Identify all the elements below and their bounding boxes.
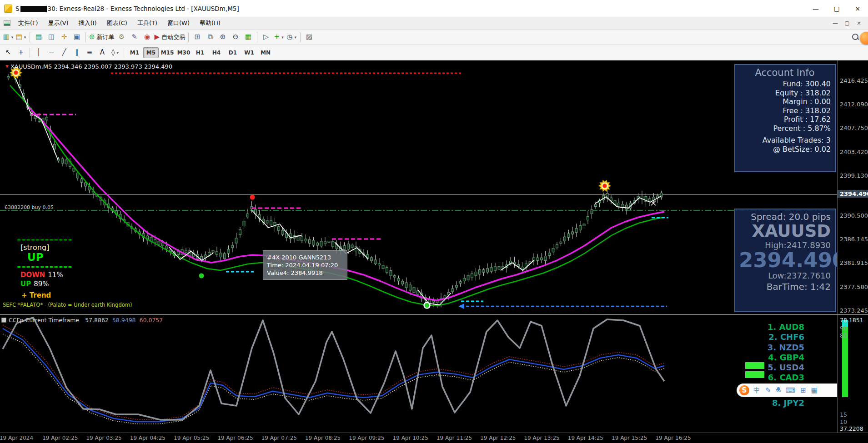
- horizontal-line-tool[interactable]: ─: [45, 47, 57, 59]
- account-free: Free : 318.02: [739, 106, 831, 115]
- time-axis-label: 19 Apr 04:25: [130, 435, 166, 441]
- menu-item-1[interactable]: 显示(V): [43, 18, 74, 28]
- time-axis-label: 19 Apr 2024: [0, 435, 33, 441]
- chart-properties-button[interactable]: ▨: [303, 31, 315, 43]
- open-order-label: 63882208 buy 0.05: [5, 204, 54, 210]
- toolbar-separator: [124, 48, 124, 58]
- timeframe-w1[interactable]: W1: [241, 47, 257, 58]
- scripts-button[interactable]: ✎: [129, 31, 140, 43]
- timeframe-d1[interactable]: D1: [225, 47, 241, 58]
- indicator-window-icon: [1, 318, 6, 323]
- indicators-button[interactable]: +▾: [273, 31, 285, 43]
- web-terminal-button[interactable]: ◉: [141, 31, 153, 43]
- menu-item-3[interactable]: 图表(C): [102, 18, 132, 28]
- mdi-minimize-button[interactable]: —: [832, 20, 839, 26]
- skin-grid-icon[interactable]: ▦: [811, 387, 818, 394]
- symbol-caret-icon: ▼: [5, 64, 9, 69]
- menu-item-0[interactable]: 文件(F): [13, 18, 43, 28]
- indicator-window[interactable]: CCFp Current Timeframe 57.886258.949860.…: [0, 315, 837, 433]
- redaction-box: [20, 6, 47, 12]
- timeframe-mn[interactable]: MN: [258, 47, 273, 58]
- terminal-button[interactable]: ▣: [71, 31, 83, 43]
- soft-keyboard-icon[interactable]: ⌨: [786, 387, 796, 394]
- menu-item-5[interactable]: 窗口(W): [162, 18, 195, 28]
- periods-button[interactable]: ◷▾: [286, 31, 297, 43]
- current-price-box: 2394.490: [838, 190, 868, 198]
- channel-tool[interactable]: ∥: [71, 47, 83, 59]
- time-axis[interactable]: 19 Apr 202419 Apr 02:2519 Apr 03:2519 Ap…: [0, 433, 868, 443]
- expert-advisors-button[interactable]: ⚙: [116, 31, 128, 43]
- main-chart[interactable]: ▼XAUUSDm,M5 2394.346 2395.007 2393.973 2…: [0, 60, 837, 314]
- sogou-logo-icon[interactable]: S: [739, 385, 749, 395]
- search-icon[interactable]: [852, 33, 860, 41]
- zoom-out-button[interactable]: ⊖: [230, 31, 241, 43]
- menu-item-2[interactable]: 插入(I): [74, 18, 102, 28]
- microphone-icon[interactable]: [776, 387, 781, 394]
- new-chart-button[interactable]: ▥▾: [2, 31, 14, 43]
- zoom-in-button[interactable]: ⊕: [217, 31, 229, 43]
- time-axis-label: 19 Apr 09:25: [349, 435, 384, 441]
- timeframe-m5[interactable]: M5: [143, 47, 159, 58]
- price-scale[interactable]: 2416.4252412.0902407.7502403.4202399.130…: [837, 60, 868, 314]
- timeframe-h4[interactable]: H4: [209, 47, 224, 58]
- profiles-button[interactable]: ▤▾: [15, 31, 27, 43]
- currency-strength-rank: 3. NZD5: [768, 343, 804, 352]
- symbol-info-panel: Spread: 20.0 pips XAUUSD High:2417.8930 …: [734, 209, 836, 312]
- cascade-windows-button[interactable]: ⧉: [204, 31, 216, 43]
- trendline-tool[interactable]: ╱: [58, 47, 70, 59]
- indicator-scale-label: 78.1851: [840, 317, 863, 324]
- tooltip-title: #4X 2010 GANN5213: [267, 254, 343, 261]
- text-tool[interactable]: A: [96, 47, 108, 59]
- ime-toolbar[interactable]: S 中✎⌨⊞▦: [737, 383, 837, 397]
- indicator-values: 57.886258.949860.0757: [81, 317, 163, 324]
- menu-item-6[interactable]: 帮助(H): [195, 18, 226, 28]
- mdi-restore-button[interactable]: ▢: [843, 20, 851, 26]
- time-axis-label: 19 Apr 12:25: [480, 435, 516, 441]
- strategy-tester-button[interactable]: ▷: [260, 31, 272, 43]
- timeframe-m1[interactable]: M1: [127, 47, 142, 58]
- gann-tooltip: #4X 2010 GANN5213 Time: 2024.04.19 07:20…: [263, 250, 347, 280]
- indicator-caption[interactable]: CCFp Current Timeframe 57.886258.949860.…: [1, 317, 163, 324]
- mdi-close-button[interactable]: ×: [855, 20, 863, 26]
- chinese-input-icon[interactable]: 中: [753, 387, 760, 394]
- strong-label: [strong]: [20, 244, 132, 251]
- minimize-button[interactable]: —: [805, 0, 826, 17]
- cursor-tool[interactable]: ↖: [2, 47, 14, 59]
- tile-windows-button[interactable]: ⊞: [191, 31, 203, 43]
- timeframe-m15[interactable]: M15: [160, 47, 175, 58]
- currency-strength-rank: 6. CAD3: [768, 373, 804, 382]
- indicator-scale[interactable]: 78.18519085151037.2208: [837, 315, 868, 433]
- data-window-button[interactable]: ◫: [45, 31, 57, 43]
- indicator-title: CCFp Current Timeframe: [9, 317, 79, 324]
- price-scale-label: 2373.245: [840, 307, 868, 314]
- handwriting-icon[interactable]: ✎: [765, 387, 771, 394]
- navigator-button[interactable]: ✛: [58, 31, 70, 43]
- toolbar-separator: [30, 48, 30, 58]
- auto-arrange-button[interactable]: ▦: [242, 31, 254, 43]
- bar-time-label: BarTime: 1:42: [739, 281, 831, 292]
- indicator-scale-label: 15: [840, 411, 847, 418]
- market-watch-button[interactable]: ▦: [33, 31, 45, 43]
- crosshair-tool[interactable]: +: [15, 47, 27, 59]
- price-scale-label: 2407.750: [840, 124, 868, 131]
- account-profit: Profit : 17.62: [739, 115, 831, 124]
- timeframe-m30[interactable]: M30: [176, 47, 191, 58]
- symbol-name: XAUUSD: [739, 222, 831, 240]
- new-order-button[interactable]: ⊕新订单: [89, 31, 115, 43]
- price-scale-label: 2412.090: [840, 101, 868, 108]
- menu-item-4[interactable]: 工具(T): [132, 18, 162, 28]
- close-button[interactable]: ×: [847, 0, 868, 17]
- account-margin: Margin : 0.00: [739, 97, 831, 106]
- down-percent-row: DOWN11%: [20, 272, 132, 279]
- timeframe-h1[interactable]: H1: [192, 47, 208, 58]
- auto-trading-button[interactable]: ▶自动交易: [154, 31, 186, 43]
- maximize-button[interactable]: ▢: [826, 0, 847, 17]
- toolbar-separator: [30, 32, 30, 42]
- arrow-objects-tool[interactable]: ◊▾: [109, 47, 121, 59]
- time-axis-label: 19 Apr 02:25: [42, 435, 78, 441]
- toolbox-icon[interactable]: ⊞: [800, 387, 806, 394]
- price-scale-label: 2399.130: [840, 172, 868, 179]
- time-axis-label: 19 Apr 08:25: [305, 435, 341, 441]
- fibonacci-tool[interactable]: ≡: [84, 47, 95, 59]
- vertical-line-tool[interactable]: │: [33, 47, 45, 59]
